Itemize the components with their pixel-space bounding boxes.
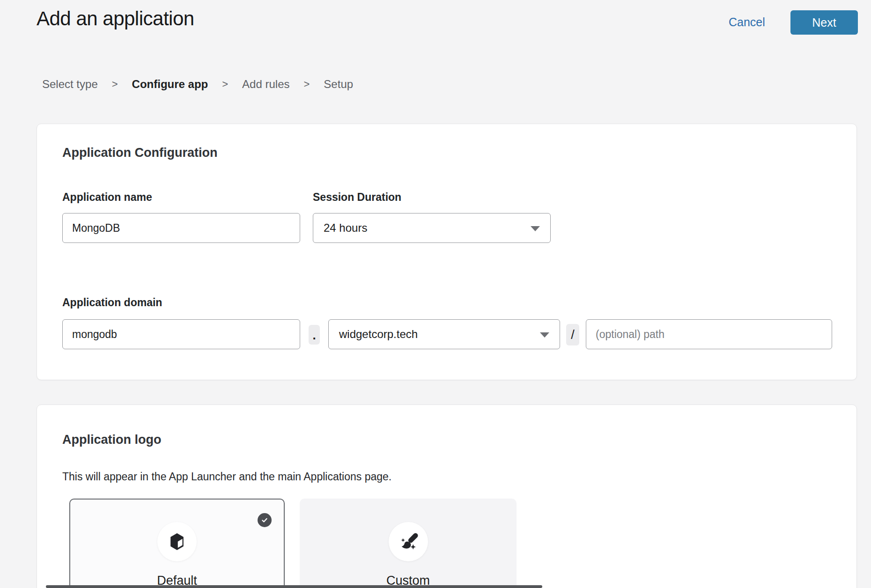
- breadcrumb-separator: >: [112, 78, 118, 90]
- session-duration-label: Session Duration: [313, 191, 401, 204]
- chevron-down-icon: [531, 226, 540, 231]
- application-logo-card: Application logo This will appear in the…: [37, 404, 857, 588]
- breadcrumb-step-select-type[interactable]: Select type: [42, 78, 98, 91]
- next-button[interactable]: Next: [790, 10, 858, 35]
- slash-separator: /: [566, 324, 579, 345]
- domain-select[interactable]: widgetcorp.tech: [328, 319, 560, 349]
- application-configuration-card: Application Configuration Application na…: [37, 124, 857, 380]
- logo-option-custom[interactable]: Custom: [300, 499, 517, 588]
- subdomain-input[interactable]: [62, 319, 300, 349]
- application-logo-description: This will appear in the App Launcher and…: [62, 470, 391, 483]
- chevron-down-icon: [540, 332, 549, 338]
- page-title: Add an application: [37, 7, 194, 30]
- selected-check-icon: [258, 513, 272, 527]
- breadcrumb: Select type > Configure app > Add rules …: [42, 78, 353, 91]
- breadcrumb-step-setup: Setup: [324, 78, 353, 91]
- horizontal-scrollbar-thumb[interactable]: [46, 585, 542, 588]
- paintbrush-icon: [389, 522, 428, 561]
- dot-separator: .: [309, 325, 320, 345]
- application-configuration-title: Application Configuration: [62, 146, 217, 160]
- breadcrumb-separator: >: [304, 78, 310, 90]
- cancel-button[interactable]: Cancel: [729, 15, 765, 29]
- application-name-label: Application name: [62, 191, 152, 204]
- domain-select-value: widgetcorp.tech: [339, 328, 418, 341]
- breadcrumb-step-add-rules: Add rules: [242, 78, 289, 91]
- breadcrumb-separator: >: [222, 78, 228, 90]
- session-duration-value: 24 hours: [324, 221, 367, 235]
- logo-option-default[interactable]: Default: [69, 499, 285, 588]
- application-name-input[interactable]: [62, 213, 300, 243]
- session-duration-select[interactable]: 24 hours: [313, 213, 551, 243]
- cube-icon: [157, 522, 197, 561]
- add-application-page: Add an application Cancel Next Select ty…: [0, 0, 871, 588]
- breadcrumb-step-configure-app: Configure app: [132, 78, 208, 91]
- application-domain-label: Application domain: [62, 296, 162, 309]
- path-input[interactable]: [586, 319, 832, 349]
- application-logo-title: Application logo: [62, 433, 161, 447]
